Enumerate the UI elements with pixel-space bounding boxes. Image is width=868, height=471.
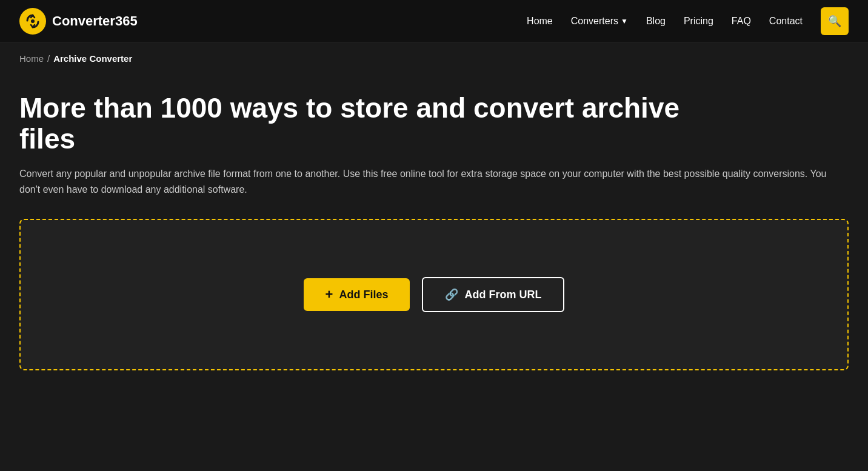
plus-icon: + [326, 288, 333, 301]
brand-link[interactable]: Converter365 [19, 8, 138, 35]
nav-converters-link[interactable]: Converters [571, 16, 618, 27]
add-url-button[interactable]: 🔗 Add From URL [422, 277, 564, 312]
nav-contact-link[interactable]: Contact [769, 16, 803, 26]
nav-item-search[interactable]: 🔍 [821, 7, 849, 35]
add-url-label: Add From URL [464, 289, 541, 301]
search-icon: 🔍 [828, 15, 841, 28]
breadcrumb-separator: / [47, 53, 50, 64]
search-button[interactable]: 🔍 [821, 7, 849, 35]
page-description: Convert any popular and unpopular archiv… [19, 166, 838, 197]
logo-icon [19, 8, 46, 35]
breadcrumb: Home / Archive Converter [0, 42, 868, 75]
add-files-button[interactable]: + Add Files [304, 278, 410, 311]
page-title: More than 1000 ways to store and convert… [19, 93, 686, 154]
nav-item-pricing[interactable]: Pricing [684, 16, 713, 27]
brand-name: Converter365 [52, 13, 138, 29]
nav-faq-link[interactable]: FAQ [732, 16, 751, 26]
breadcrumb-home-link[interactable]: Home [19, 53, 44, 64]
logo-svg [24, 13, 41, 30]
nav-menu: Home Converters ▼ Blog Pricing FAQ Conta… [527, 7, 849, 35]
main-content: More than 1000 ways to store and convert… [0, 75, 868, 395]
file-dropzone[interactable]: + Add Files 🔗 Add From URL [19, 219, 849, 370]
add-files-label: Add Files [339, 289, 388, 301]
nav-home-link[interactable]: Home [527, 16, 553, 26]
nav-item-blog[interactable]: Blog [646, 16, 666, 27]
nav-item-home[interactable]: Home [527, 16, 553, 27]
breadcrumb-current: Archive Converter [53, 53, 132, 64]
nav-item-faq[interactable]: FAQ [732, 16, 751, 27]
nav-blog-link[interactable]: Blog [646, 16, 666, 26]
link-icon: 🔗 [445, 288, 458, 301]
navbar: Converter365 Home Converters ▼ Blog Pric… [0, 0, 868, 42]
svg-point-0 [31, 19, 35, 23]
nav-item-converters[interactable]: Converters ▼ [571, 16, 628, 27]
nav-pricing-link[interactable]: Pricing [684, 16, 713, 26]
chevron-down-icon: ▼ [621, 17, 628, 25]
nav-item-contact[interactable]: Contact [769, 16, 803, 27]
